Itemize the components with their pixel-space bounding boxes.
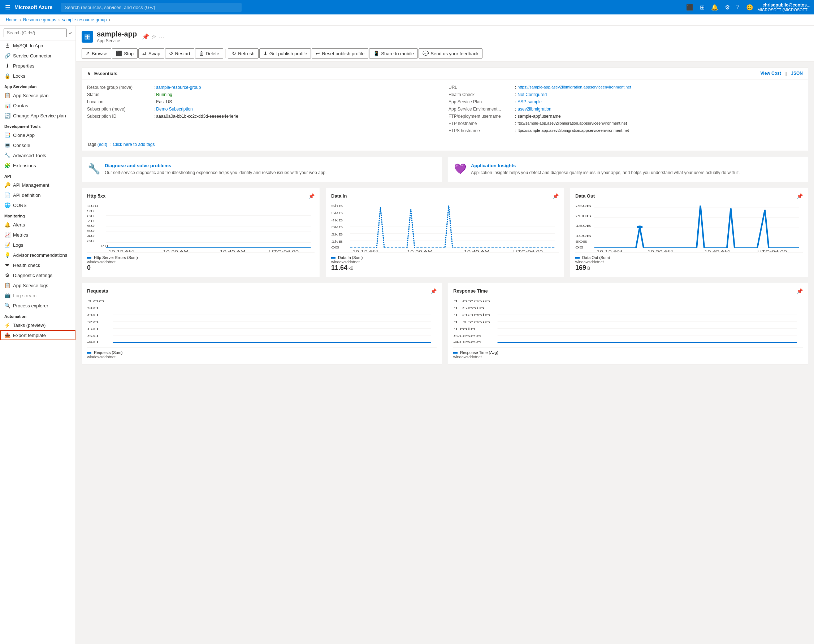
get-publish-profile-label: Get publish profile xyxy=(270,51,307,56)
sidebar-item-logs[interactable]: 📝 Logs xyxy=(0,240,75,250)
sidebar-item-advanced-tools[interactable]: 🔧 Advanced Tools xyxy=(0,150,75,160)
more-options-icon[interactable]: … xyxy=(158,33,164,40)
ess-label-ase: App Service Environment... xyxy=(449,107,514,112)
response-time-area: 1.67min 1.5min 1.33min 1.17min 1min 50se… xyxy=(453,297,803,348)
stop-button[interactable]: ⬛ Stop xyxy=(112,48,138,58)
feedback-icon[interactable]: 😊 xyxy=(744,3,756,12)
response-time-chart: Response Time 📌 1.67min 1.5min 1.33min 1… xyxy=(448,283,808,365)
data-in-pin[interactable]: 📌 xyxy=(553,193,559,199)
swap-button[interactable]: ⇄ Swap xyxy=(138,48,164,58)
browse-button[interactable]: ↗ Browse xyxy=(81,48,111,58)
sidebar-item-health-check[interactable]: ❤ Health check xyxy=(0,260,75,270)
view-cost-link[interactable]: View Cost xyxy=(760,71,781,76)
ess-value-asp[interactable]: ASP-sample xyxy=(518,99,542,104)
sidebar-item-process-explorer[interactable]: 🔍 Process explorer xyxy=(0,301,75,311)
cloud-shell-icon[interactable]: ⬛ xyxy=(684,3,696,12)
search-bar[interactable] xyxy=(61,3,242,12)
delete-icon: 🗑 xyxy=(199,51,204,56)
refresh-icon: ↻ xyxy=(232,51,236,56)
sidebar-item-console[interactable]: 💻 Console xyxy=(0,140,75,150)
app-insights-card[interactable]: 💜 Application Insights Application Insig… xyxy=(448,157,808,182)
browse-label: Browse xyxy=(92,51,107,56)
clone-icon: 📑 xyxy=(4,132,10,138)
restart-button[interactable]: ↺ Restart xyxy=(165,48,194,58)
svg-text:UTC-04:00: UTC-04:00 xyxy=(269,250,299,252)
content-area: sample-app App Service 📌 ☆ … ↗ Browse ⬛ … xyxy=(76,26,814,644)
breadcrumb-sep3: › xyxy=(109,17,110,22)
response-time-pin[interactable]: 📌 xyxy=(797,288,803,294)
sidebar-item-api-definition[interactable]: 📄 API definition xyxy=(0,190,75,200)
directory-icon[interactable]: ⊞ xyxy=(698,3,707,12)
hamburger-menu[interactable]: ☰ xyxy=(4,3,12,12)
data-out-pin[interactable]: 📌 xyxy=(797,193,803,199)
ess-health-check: Health Check : Not Configured xyxy=(449,91,803,98)
json-link[interactable]: JSON xyxy=(791,71,803,76)
export-template-icon: 📤 xyxy=(4,332,10,338)
settings-icon[interactable]: ⚙ xyxy=(723,3,732,12)
ess-location: Location : East US xyxy=(87,98,441,106)
svg-text:50: 50 xyxy=(87,229,95,233)
sidebar-item-mysql-in-app[interactable]: 🗄 MySQL In App xyxy=(0,40,75,51)
sidebar-label-app-service-logs: App Service logs xyxy=(13,283,48,288)
sidebar-item-service-connector[interactable]: 🔗 Service Connector xyxy=(0,51,75,61)
svg-text:90: 90 xyxy=(87,306,98,310)
sidebar-item-metrics[interactable]: 📈 Metrics xyxy=(0,230,75,240)
sidebar-item-clone-app[interactable]: 📑 Clone App xyxy=(0,130,75,140)
ess-value-rg[interactable]: sample-resource-group xyxy=(156,85,201,90)
sidebar-section-label-monitoring: Monitoring xyxy=(0,210,75,219)
sidebar-item-api-management[interactable]: 🔑 API Management xyxy=(0,180,75,190)
sidebar-item-locks[interactable]: 🔒 Locks xyxy=(0,71,75,81)
sidebar-item-properties[interactable]: ℹ Properties xyxy=(0,61,75,71)
user-info[interactable]: chrisqpublic@contos... MICROSOFT (MICROS… xyxy=(758,3,810,12)
sidebar-item-change-asp[interactable]: 🔄 Change App Service plan xyxy=(0,110,75,121)
ess-subscription-id: Subscription ID : aaaa0a0a-bb1b-cc2c-dd3… xyxy=(87,113,441,120)
chevron-down-icon[interactable]: ∧ xyxy=(87,71,90,76)
ess-value-ase[interactable]: asev2ilbmigration xyxy=(518,107,551,112)
diagnose-card[interactable]: 🔧 Diagnose and solve problems Our self-s… xyxy=(81,157,442,182)
ess-label-health: Health Check xyxy=(449,92,514,97)
sidebar-item-tasks-preview[interactable]: ⚡ Tasks (preview) xyxy=(0,320,75,330)
data-in-legend-color xyxy=(331,257,336,259)
notifications-icon[interactable]: 🔔 xyxy=(709,3,720,12)
http5xx-pin[interactable]: 📌 xyxy=(308,193,314,199)
get-publish-profile-button[interactable]: ⬇ Get publish profile xyxy=(259,48,311,58)
ess-label-rg: Resource group (move) xyxy=(87,85,152,90)
api-def-icon: 📄 xyxy=(4,192,10,198)
sidebar-search-input[interactable] xyxy=(4,29,67,37)
requests-pin[interactable]: 📌 xyxy=(431,288,437,294)
ess-value-subscription[interactable]: Demo Subscription xyxy=(156,107,193,112)
star-icon[interactable]: ☆ xyxy=(151,33,156,40)
sidebar-item-extensions[interactable]: 🧩 Extensions xyxy=(0,160,75,170)
sidebar-item-cors[interactable]: 🌐 CORS xyxy=(0,200,75,210)
sidebar-item-alerts[interactable]: 🔔 Alerts xyxy=(0,219,75,230)
search-input[interactable] xyxy=(61,3,242,12)
share-to-mobile-button[interactable]: 📱 Share to mobile xyxy=(369,48,418,58)
sidebar-item-quotas[interactable]: 📊 Quotas xyxy=(0,100,75,110)
sidebar-item-app-service-plan[interactable]: 📋 App Service plan xyxy=(0,90,75,100)
data-out-area: 250B 200B 150B 100B 50B 0B xyxy=(575,202,803,253)
sidebar-item-app-service-logs[interactable]: 📋 App Service logs xyxy=(0,280,75,290)
ess-label-ftps-host: FTPS hostname xyxy=(449,128,514,133)
sidebar-item-diagnostic-settings[interactable]: ⚙ Diagnostic settings xyxy=(0,270,75,280)
tags-edit-link[interactable]: (edit) xyxy=(98,142,107,147)
reset-publish-profile-button[interactable]: ↩ Reset publish profile xyxy=(312,48,368,58)
sidebar-item-export-template[interactable]: 📤 Export template xyxy=(0,330,75,340)
breadcrumb-sample-resource-group[interactable]: sample-resource-group xyxy=(62,17,107,22)
sidebar-item-advisor-recommendations[interactable]: 💡 Advisor recommendations xyxy=(0,250,75,260)
pin-title-icon[interactable]: 📌 xyxy=(142,33,149,40)
sidebar-item-log-stream[interactable]: 📺 Log stream xyxy=(0,290,75,301)
sidebar-section-top: 🗄 MySQL In App 🔗 Service Connector ℹ Pro… xyxy=(0,40,75,81)
send-feedback-button[interactable]: 💬 Send us your feedback xyxy=(418,48,483,58)
sidebar-collapse-icon[interactable]: « xyxy=(69,30,72,36)
refresh-button[interactable]: ↻ Refresh xyxy=(228,48,259,58)
tags-add-link[interactable]: Click here to add tags xyxy=(113,142,155,147)
help-icon[interactable]: ? xyxy=(734,3,742,12)
breadcrumb-home[interactable]: Home xyxy=(6,17,17,22)
delete-button[interactable]: 🗑 Delete xyxy=(195,48,224,58)
ess-value-url[interactable]: https://sample-app.asev2ilbmigration.app… xyxy=(518,85,631,89)
ess-value-health[interactable]: Not Configured xyxy=(518,92,547,97)
ess-subscription: Subscription (move) : Demo Subscription xyxy=(87,106,441,113)
swap-label: Swap xyxy=(149,51,160,56)
svg-text:10:15 AM: 10:15 AM xyxy=(108,250,134,252)
breadcrumb-resource-groups[interactable]: Resource groups xyxy=(23,17,56,22)
